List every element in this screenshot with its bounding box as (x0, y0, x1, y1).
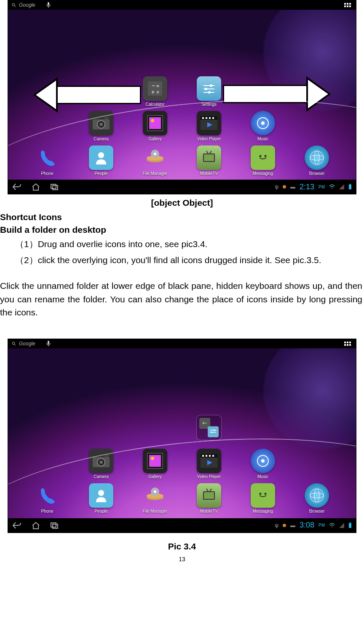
app-messaging[interactable]: Messaging (245, 483, 281, 514)
app-label: File Manager (143, 509, 167, 514)
videoplayer-icon (197, 449, 221, 473)
svg-rect-19 (147, 116, 163, 131)
svg-rect-25 (206, 117, 207, 119)
folder-icon: +− (196, 415, 222, 440)
svg-point-67 (151, 457, 154, 460)
app-row-3: Phone People File Manager (29, 483, 335, 514)
svg-point-92 (314, 489, 319, 502)
app-label: Gallery (148, 137, 162, 141)
paragraph-2: （2）click the overlying icon, you'll find… (0, 253, 362, 267)
app-label: Settings (201, 102, 217, 107)
svg-point-30 (261, 121, 265, 125)
svg-rect-22 (201, 120, 217, 130)
app-row-3: Phone People File Manager (29, 145, 335, 176)
svg-rect-71 (206, 455, 207, 457)
app-gallery[interactable]: Gallery (137, 111, 173, 141)
app-music[interactable]: Music (245, 111, 281, 141)
messaging-icon (251, 483, 275, 508)
svg-point-53 (12, 342, 15, 345)
gallery-icon (143, 449, 167, 473)
app-label: Music (257, 474, 268, 479)
app-mobiletv[interactable]: MobileTV (191, 483, 227, 514)
home-wallpaper[interactable]: +− Camera (8, 348, 356, 518)
app-label: Phone (41, 171, 54, 176)
back-button[interactable] (12, 183, 21, 191)
app-label: Browser (309, 509, 325, 514)
filemanager-icon (143, 145, 167, 170)
recent-apps-button[interactable] (50, 183, 59, 190)
app-calculator[interactable]: −=+× Calculator (137, 76, 173, 107)
microphone-icon[interactable] (46, 341, 51, 347)
svg-rect-52 (350, 184, 351, 185)
usb-icon: ψ (275, 184, 278, 190)
svg-rect-94 (53, 524, 58, 528)
app-people[interactable]: People (83, 483, 119, 514)
app-videoplayer[interactable]: Video Player (191, 111, 227, 141)
usb-icon: ψ (275, 522, 278, 528)
app-browser[interactable]: Browser (299, 145, 335, 176)
svg-rect-18 (104, 117, 109, 119)
svg-rect-48 (53, 186, 58, 190)
app-filemanager[interactable]: File Manager (137, 483, 173, 514)
apps-drawer-button[interactable] (344, 342, 353, 346)
svg-rect-64 (104, 455, 109, 457)
svg-rect-83 (204, 492, 214, 499)
microphone-icon[interactable] (46, 2, 51, 8)
app-gallery[interactable]: Gallery (137, 449, 173, 479)
people-icon (89, 145, 113, 170)
android-nav-bar: ψ ▬ 2:13PM (8, 180, 356, 194)
svg-line-85 (210, 489, 211, 491)
app-phone[interactable]: Phone (29, 483, 65, 514)
app-messaging[interactable]: Messaging (245, 145, 281, 176)
svg-rect-65 (147, 453, 163, 468)
home-button[interactable] (32, 522, 40, 529)
svg-point-76 (261, 459, 265, 463)
svg-point-12 (205, 88, 207, 90)
back-button[interactable] (12, 522, 21, 529)
app-music[interactable]: Music (245, 449, 281, 479)
google-search-widget[interactable]: Google (11, 341, 51, 347)
camera-icon (89, 449, 113, 473)
app-phone[interactable]: Phone (29, 145, 65, 176)
svg-rect-72 (209, 455, 211, 457)
recent-apps-button[interactable] (50, 522, 59, 529)
signal-icon (339, 184, 344, 189)
svg-point-88 (260, 493, 262, 495)
settings-icon (197, 76, 221, 101)
app-label: MobileTV (200, 171, 218, 176)
browser-icon (305, 145, 329, 170)
app-mobiletv[interactable]: MobileTV (191, 145, 227, 176)
search-icon (11, 3, 16, 8)
app-row-2: Camera Gallery Video Player (83, 111, 281, 141)
app-camera[interactable]: Camera (83, 111, 119, 141)
svg-rect-20 (149, 117, 161, 129)
clock-ampm: PM (318, 523, 325, 528)
status-right: ψ ▬ 3:08PM (275, 521, 352, 530)
figure1-caption: [object Object] (0, 198, 364, 208)
app-folder[interactable]: +− (191, 415, 227, 440)
app-browser[interactable]: Browser (299, 483, 335, 514)
svg-point-81 (154, 490, 156, 493)
apps-drawer-button[interactable] (344, 3, 353, 7)
mobiletv-icon (197, 145, 221, 170)
app-people[interactable]: People (83, 145, 119, 176)
app-settings[interactable]: Settings (191, 76, 227, 107)
app-filemanager[interactable]: File Manager (137, 145, 173, 176)
svg-marker-87 (259, 498, 263, 502)
app-videoplayer[interactable]: Video Player (191, 449, 227, 479)
app-label: Gallery (148, 474, 162, 479)
svg-point-62 (97, 458, 105, 466)
home-wallpaper[interactable]: −=+× Calculator Settings (8, 10, 356, 180)
app-label: Video Player (197, 137, 221, 141)
google-label: Google (19, 2, 35, 8)
home-button[interactable] (32, 183, 40, 191)
svg-rect-51 (349, 185, 351, 189)
app-camera[interactable]: Camera (83, 449, 119, 479)
google-search-widget[interactable]: Google (11, 2, 51, 8)
svg-point-34 (151, 150, 159, 158)
svg-point-63 (99, 460, 103, 464)
svg-point-46 (314, 151, 319, 164)
svg-point-32 (147, 157, 163, 162)
heading-build-folder: Build a folder on desktop (0, 225, 356, 235)
music-icon (251, 449, 275, 473)
